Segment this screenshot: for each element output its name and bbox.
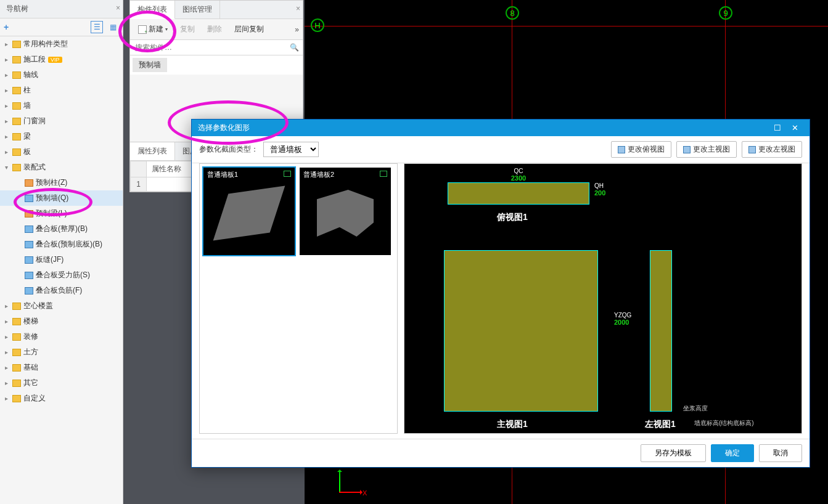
dim-yzqg: YZQG 2000 [614,312,631,326]
list-close-icon[interactable]: × [296,4,300,13]
top-view-shape [448,182,589,205]
tree-item[interactable]: 叠合板(整厚)(B) [0,221,123,237]
delete-button[interactable]: 删除 [203,22,226,37]
dialog-close-icon[interactable]: ✕ [786,123,803,132]
nav-add-button[interactable]: + [4,22,9,32]
monitor-icon [284,171,291,177]
left-view-label: 左视图1 [645,419,676,430]
nav-tree-panel: 导航树 × + ☰ ▦ ▸常用构件类型 ▸施工段VIP ▸轴线 ▸柱 ▸墙 ▸门… [0,0,123,504]
nav-view-list-icon[interactable]: ☰ [91,21,103,33]
change-top-view-button[interactable]: 更改俯视图 [611,141,671,158]
tree-item[interactable]: ▸基础 [0,360,123,375]
tree-item[interactable]: ▸轴线 [0,67,123,83]
section-type-label: 参数化截面类型： [199,144,258,155]
front-view-label: 主视图1 [497,419,528,430]
tree-item[interactable]: ▸其它 [0,375,123,391]
axis-label-9: 9 [719,6,732,20]
dialog-maximize-icon[interactable]: ☐ [769,123,786,132]
ucs-indicator: Y X [333,462,370,499]
preview-viewport[interactable]: QC 2300 QH 200 俯视图1 主视图1 YZQG 2000 左视图1 … [404,163,802,434]
tree-item[interactable]: 叠合板(预制底板)(B) [0,237,123,252]
monitor-icon [380,171,387,177]
tab-attributes[interactable]: 属性列表 [130,142,175,160]
tree-item[interactable]: ▸门窗洞 [0,113,123,129]
left-view-shape [650,250,672,412]
search-input[interactable] [130,40,303,55]
ok-button[interactable]: 确定 [711,444,754,462]
template-thumbnail [317,190,374,237]
list-search: 🔍 [130,40,303,55]
tab-drawings[interactable]: 图纸管理 [175,1,220,18]
list-tabs: 构件列表 图纸管理 × [130,1,303,19]
gridline-horizontal [305,26,828,26]
list-item-prefab-wall[interactable]: 预制墙 [133,58,167,72]
tree-item[interactable]: ▸楼梯 [0,314,123,329]
front-view-shape [444,250,598,412]
tree-item[interactable]: ▸自定义 [0,391,123,406]
tab-components[interactable]: 构件列表 [130,1,175,19]
dim-qc: QC 2300 [448,168,589,182]
nav-tree[interactable]: ▸常用构件类型 ▸施工段VIP ▸轴线 ▸柱 ▸墙 ▸门窗洞 ▸梁 ▸板 ▾装配… [0,36,123,406]
list-body: 预制墙 [130,55,303,75]
tree-item[interactable]: 叠合板负筋(F) [0,283,123,298]
tree-item[interactable]: 叠合板受力筋(S) [0,267,123,283]
template-thumbnail [213,186,285,241]
note-wall-bottom-elev: 墙底标高(结构底标高) [694,419,754,428]
tree-item[interactable]: ▸常用构件类型 [0,36,123,52]
template-item-1[interactable]: 普通墙板1 [203,168,295,255]
parametric-shape-dialog: 选择参数化图形 ☐ ✕ 参数化截面类型： 普通墙板 更改俯视图 更改主视图 更改… [191,119,810,468]
new-button[interactable]: 新建▾ [134,22,172,37]
section-type-select[interactable]: 普通墙板 [263,142,319,157]
tree-item[interactable]: ▸装修 [0,329,123,344]
tree-item-assembly[interactable]: ▾装配式 [0,160,123,175]
nav-close-icon[interactable]: × [116,4,120,12]
note-grout-height: 坐浆高度 [683,404,708,413]
tree-item[interactable]: ▸空心楼盖 [0,298,123,314]
tree-item[interactable]: 预制梁(L) [0,206,123,221]
search-icon[interactable]: 🔍 [290,43,299,52]
tree-item[interactable]: ▸板 [0,144,123,160]
dim-qh: QH 200 [594,182,605,197]
grid-rownum: 1 [131,177,147,192]
axis-label-8: 8 [506,6,519,20]
top-view-label: 俯视图1 [497,212,528,223]
nav-tree-title: 导航树 × [0,0,123,18]
cancel-button[interactable]: 取消 [759,444,802,462]
list-toolbar: 新建▾ 复制 删除 层间复制 » [130,19,303,40]
template-gallery: 普通墙板1 普通墙板2 [199,163,398,434]
dialog-titlebar[interactable]: 选择参数化图形 ☐ ✕ [192,120,810,136]
save-as-template-button[interactable]: 另存为模板 [641,444,706,462]
axis-label-h: H [311,18,324,32]
change-left-view-button[interactable]: 更改左视图 [742,141,802,158]
change-front-view-button[interactable]: 更改主视图 [676,141,737,158]
dialog-footer: 另存为模板 确定 取消 [192,439,810,467]
nav-view-grid-icon[interactable]: ▦ [107,21,119,33]
tree-item[interactable]: ▸梁 [0,129,123,144]
tree-item[interactable]: 板缝(JF) [0,252,123,267]
dialog-toolbar: 参数化截面类型： 普通墙板 更改俯视图 更改主视图 更改左视图 [192,136,810,163]
tree-item[interactable]: 预制柱(Z) [0,175,123,190]
floor-copy-button[interactable]: 层间复制 [230,22,268,37]
toolbar-more-icon[interactable]: » [295,25,299,34]
template-item-2[interactable]: 普通墙板2 [300,168,391,255]
tree-item-prefab-wall[interactable]: 预制墙(Q) [0,190,123,206]
tree-item[interactable]: ▸施工段VIP [0,52,123,67]
dialog-title-text: 选择参数化图形 [198,123,250,133]
tree-item[interactable]: ▸柱 [0,83,123,98]
tree-item[interactable]: ▸墙 [0,98,123,113]
tree-item[interactable]: ▸土方 [0,344,123,360]
copy-button[interactable]: 复制 [176,22,199,37]
nav-toolbar: + ☰ ▦ [0,18,123,36]
